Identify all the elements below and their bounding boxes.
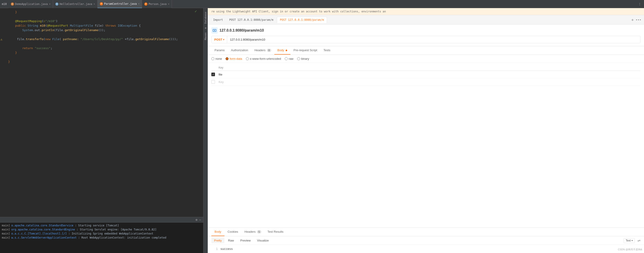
resp-tab-cookies[interactable]: Cookies [224,228,242,236]
req-tab-params[interactable]: Params [211,46,228,54]
radio-raw-label: raw [289,57,294,60]
url-title-text: 127.0.0.1:8080/param/m10 [220,28,264,32]
post2-tab-label: POST 127.0.0.1:8080/param/m [280,18,324,21]
wrap-icon[interactable]: ⇌ [638,238,640,243]
tab-icon-demo: D [11,2,14,6]
more-options-btn[interactable]: ⋮ [637,2,642,6]
text-selector-chevron-icon: ▾ [632,239,633,242]
url-input[interactable] [227,36,640,43]
response-body: 1 success [208,245,644,253]
console-minimize-btn[interactable]: — [199,218,202,222]
response-area: Body Cookies Headers 5 Test Results Pret… [208,228,644,253]
req-tab-authorization[interactable]: Authorization [228,46,251,54]
close-tab-param[interactable]: ✕ [138,2,140,5]
radio-urlencoded-label: x-www-form-urlencoded [250,57,281,60]
resp-cookies-label: Cookies [228,230,238,233]
tab-hello-controller[interactable]: H HelloController.java ✕ [53,0,98,8]
top-bar-actions: ⋮ [637,2,642,6]
radio-none-label: none [216,57,222,60]
format-pretty-btn[interactable]: Pretty [211,238,224,243]
tab-label-person: Person.java [148,2,166,6]
tab-param-controller[interactable]: P ParamController.java ✕ [98,0,142,8]
row2-checkbox[interactable] [211,80,215,84]
resp-headers-label: Headers [244,230,256,233]
resp-tab-test-results[interactable]: Test Results [264,228,287,236]
postman-notification: re using the Lightweight API Client, sig… [208,8,644,15]
method-selector[interactable]: POST ▾ [212,36,227,43]
tab-icon-param: P [100,2,103,5]
code-line: } [0,59,203,64]
format-preview-btn[interactable]: Preview [238,238,253,243]
tab-label-hello: HelloController.java [60,2,92,6]
postman-tab-post2[interactable]: POST 127.0.0.1:8080/param/m [277,17,327,23]
tab-label-demo: DemoApplication.java [15,2,48,6]
code-line [0,41,203,46]
top-bar: m10 D DemoApplication.java ✕ H HelloCont… [0,0,644,8]
code-line: System.out.println(file.getOriginalFilen… [0,28,203,32]
code-line [0,14,203,19]
post1-tab-label: POST 127.0.0.1:8080/param/m [229,18,273,21]
method-chevron-icon: ▾ [223,38,224,41]
tab-person[interactable]: P Person.java ✕ [142,0,172,8]
form-data-table: Key file Key [208,63,644,228]
headers-tab-label: Headers [254,48,266,52]
response-tabs: Body Cookies Headers 5 Test Results [208,228,644,236]
close-tab-demo[interactable]: ✕ [49,2,50,5]
console-settings-btn[interactable]: ⚙ [195,218,198,222]
postman-req-tabs: Params Authorization Headers 8 Body Pre-… [208,46,644,55]
postman-url-area: 127.0.0.1:8080/param/m10 POST ▾ [208,24,644,46]
code-line [0,32,203,37]
radio-raw[interactable]: raw [285,57,294,60]
sidebar-tab-maven[interactable]: Maven [204,31,208,42]
log-line: main] org.apache.catalina.core.StandardE… [2,228,202,232]
import-tab-label: Import [213,18,223,21]
console-area: ⚙ — main] o.apache.catalina.core.Standar… [0,217,203,253]
row2-key[interactable]: Key [218,80,640,84]
warning-icon: ⚠ [0,37,2,41]
resp-tab-body[interactable]: Body [211,228,224,236]
close-tab-person[interactable]: ✕ [168,2,170,5]
close-tab-hello[interactable]: ✕ [94,2,95,5]
url-icon [211,27,218,34]
tab-label-param: ParamController.java [104,2,137,5]
params-tab-label: Params [214,48,225,52]
tab-demo-application[interactable]: D DemoApplication.java ✕ [8,0,53,8]
row1-checkbox[interactable] [211,73,215,76]
right-sidebar: Database m Maven [203,8,208,253]
format-raw-btn[interactable]: Raw [225,238,237,243]
req-tab-pre-script[interactable]: Pre-request Script [290,46,320,54]
radio-binary[interactable]: binary [297,57,309,60]
radio-form-data[interactable]: form-data [226,57,242,60]
resp-tab-headers[interactable]: Headers 5 [242,228,264,236]
postman-tab-import[interactable]: Import [210,17,226,23]
postman-url-title: 127.0.0.1:8080/param/m10 [211,27,640,34]
notification-text: re using the Lightweight API Client, sig… [211,10,386,13]
req-tab-tests[interactable]: Tests [320,46,334,54]
code-editor: } @RequestMapping(☉"/m10") public String… [0,8,203,217]
log-line: main] o.a.c.c.C.[Tomcat].[localhost].[/]… [2,232,202,236]
radio-none[interactable]: none [211,57,222,60]
code-line: } [0,50,203,55]
resp-body-label: Body [214,230,221,233]
add-tab-btn[interactable]: + [631,17,634,22]
key-column-header: Key [218,66,640,69]
postman-tab-actions: + ••• [631,17,641,22]
sidebar-tab-m[interactable]: m [204,25,208,31]
postman-tab-post1[interactable]: POST 127.0.0.1:8080/param/m [226,17,276,23]
code-line: } [0,10,203,14]
sidebar-tab-database[interactable]: Database [204,10,208,25]
req-tab-body[interactable]: Body [274,46,290,54]
tab-icon-hello: H [55,2,58,6]
body-options: none form-data x-www-form-urlencoded raw… [208,55,644,63]
req-tab-headers[interactable]: Headers 8 [251,46,274,54]
radio-urlencoded[interactable]: x-www-form-urlencoded [246,57,281,60]
radio-binary-label: binary [301,57,309,60]
form-data-row-2: Key [211,78,640,86]
resp-text-selector[interactable]: Text ▾ [624,238,635,243]
text-selector-label: Text [626,239,631,242]
resp-line-content-1: success [220,247,233,251]
format-visualize-btn[interactable]: Visualize [254,238,272,243]
row1-key[interactable]: file [218,73,640,76]
tabs-more-btn[interactable]: ••• [636,18,641,22]
code-line: @RequestMapping(☉"/m10") [0,19,203,23]
